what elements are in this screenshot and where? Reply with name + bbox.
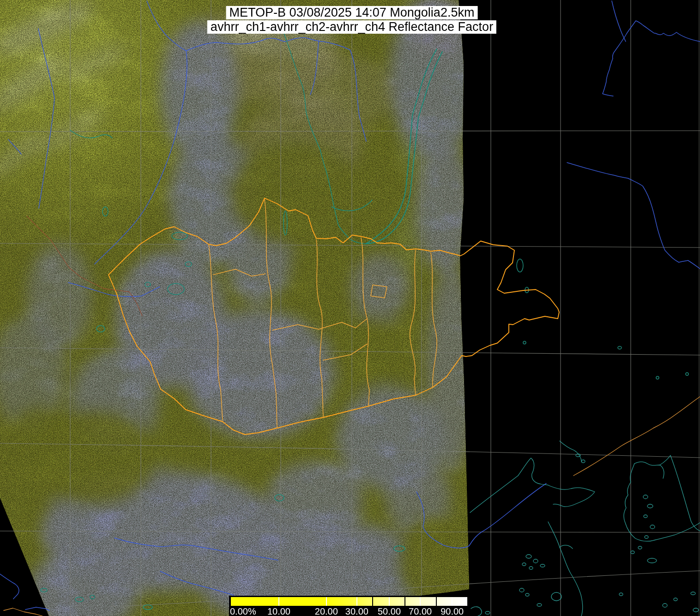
satellite-image-viewer: METOP-B 03/08/2025 14:07 Mongolia2.5km a… — [0, 0, 700, 616]
lake — [523, 341, 526, 344]
river — [603, 21, 700, 96]
island — [693, 608, 699, 612]
colorbar-separator — [404, 597, 405, 606]
island — [656, 376, 659, 379]
title-line1: METOP-B 03/08/2025 14:07 Mongolia2.5km — [226, 6, 478, 19]
colorbar-label: 30.00 — [345, 607, 368, 616]
island — [485, 611, 490, 614]
colorbar-tick — [452, 597, 453, 606]
island-ulleung — [647, 558, 657, 563]
lake-khanka — [517, 259, 523, 272]
island — [526, 555, 531, 558]
island — [540, 564, 545, 567]
island — [663, 604, 667, 607]
coastline — [560, 441, 582, 462]
river — [612, 1, 626, 42]
colorbar-label: 20.00 — [315, 607, 338, 616]
colorbar-tick — [356, 597, 357, 606]
colorbar-label: 90.00 — [441, 607, 464, 616]
island — [618, 346, 622, 349]
island — [644, 515, 647, 518]
coastlines-layer — [470, 441, 700, 616]
island — [519, 588, 524, 592]
island — [686, 373, 688, 375]
island — [631, 551, 634, 554]
colorbar-label: 50.00 — [378, 607, 401, 616]
river — [0, 574, 19, 599]
river — [567, 163, 700, 269]
colorbar-label: 10.00 — [267, 607, 290, 616]
island — [643, 495, 648, 499]
map-canvas — [0, 0, 700, 616]
island — [645, 536, 648, 538]
colorbar-label: 70.00 — [409, 607, 432, 616]
colorbar-tick — [326, 597, 327, 606]
coastline-korea-east — [660, 455, 700, 531]
colorbar-gradient — [231, 597, 467, 606]
border-korea-china — [573, 397, 700, 476]
island — [522, 563, 526, 566]
reflectance-colorbar: 0.00%10.0020.0030.0050.0070.0090.00 — [229, 596, 469, 616]
colorbar-separator — [372, 597, 373, 606]
coastline-korea-north — [634, 462, 664, 478]
coastline-bohai — [470, 458, 595, 513]
island — [638, 546, 642, 549]
island — [691, 592, 695, 595]
colorbar-separator — [436, 597, 437, 606]
coastline — [471, 607, 482, 616]
island — [525, 593, 529, 596]
satellite-swath-image — [0, 0, 700, 616]
coastline — [560, 545, 573, 549]
island — [619, 593, 623, 596]
colorbar-tick — [420, 597, 421, 606]
title-line2: avhrr_ch1-avhrr_ch2-avhrr_ch4 Reflectanc… — [207, 20, 496, 34]
island — [533, 559, 538, 563]
colorbar-label: 0.00% — [230, 607, 256, 616]
coastline-korea-west — [624, 464, 700, 541]
sensor-noise-speckle — [0, 0, 700, 616]
colorbar-tick — [389, 597, 390, 606]
island — [650, 525, 655, 529]
island — [537, 604, 542, 606]
colorbar-tick — [278, 597, 279, 606]
coastline-shandong — [548, 522, 583, 616]
island — [647, 504, 653, 508]
island — [529, 567, 533, 569]
island — [674, 598, 677, 601]
island — [551, 592, 561, 601]
border-secondary — [4, 608, 42, 616]
